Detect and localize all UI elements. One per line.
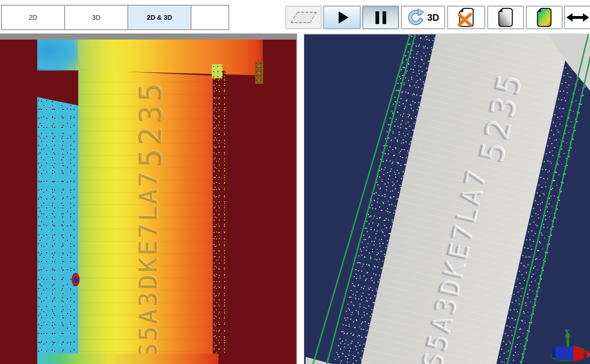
heightmap-top-gray-bar: [0, 33, 296, 40]
heightmap-bottom-edge-strip: [37, 354, 218, 364]
texture-off-button[interactable]: [447, 6, 485, 29]
play-button[interactable]: [323, 6, 361, 29]
play-icon: [339, 11, 349, 24]
engraved-serial-letters-2d: LS5A3DKE7LA7: [134, 169, 163, 364]
gizmo-y-label: Y: [565, 329, 569, 335]
texture-grayscale-button[interactable]: [487, 6, 524, 29]
pause-button[interactable]: [362, 6, 399, 29]
rotate-3d-button[interactable]: 3D: [401, 6, 445, 29]
scanner-app-window: 2D 3D 2D & 3D 3D: [0, 0, 590, 364]
document-grayscale-icon: [497, 8, 514, 27]
surface-top-notch: [421, 33, 443, 34]
orientation-gizmo[interactable]: Y X: [546, 329, 590, 364]
tab-2d-label: 2D: [29, 14, 37, 21]
view-mode-tabbar: 2D 3D 2D & 3D: [1, 5, 229, 30]
viewport-3d[interactable]: 5235 LS5A3DKE7LA7 Y X: [304, 33, 590, 364]
engraved-serial-digits-2d: 5235: [133, 79, 168, 167]
document-rainbow-icon: [536, 8, 553, 27]
region-select-button[interactable]: [285, 6, 322, 29]
gizmo-x-label: X: [586, 352, 590, 359]
heightmap-defect-dot: [72, 273, 80, 286]
texture-rainbow-button[interactable]: [526, 6, 563, 29]
document-x-icon: [458, 8, 475, 27]
tabbar-filler: [191, 6, 228, 29]
tab-3d-label: 3D: [92, 14, 100, 21]
tab-2d-and-3d[interactable]: 2D & 3D: [128, 6, 191, 29]
tab-2d-and-3d-label: 2D & 3D: [147, 14, 172, 21]
viewport-2d-heightmap[interactable]: 5235 LS5A3DKE7LA7: [0, 33, 296, 364]
heightmap-bright-notch: [212, 64, 223, 78]
heightmap-blue-region: [37, 40, 78, 71]
rotate-3d-icon: [407, 8, 425, 26]
panel-splitter[interactable]: [296, 33, 304, 364]
tab-3d[interactable]: 3D: [65, 6, 128, 29]
tab-2d[interactable]: 2D: [2, 6, 65, 29]
pause-icon: [375, 11, 386, 24]
heightmap-left-speckle-strip: [37, 72, 78, 354]
horizontal-arrows-icon: [566, 10, 589, 25]
heightmap-right-speckle-strip: [213, 71, 225, 354]
heightmap-corner-notch: [255, 61, 263, 84]
fit-width-button[interactable]: [564, 6, 590, 29]
parallelogram-icon: [290, 12, 317, 23]
rotate-3d-label: 3D: [427, 12, 440, 23]
